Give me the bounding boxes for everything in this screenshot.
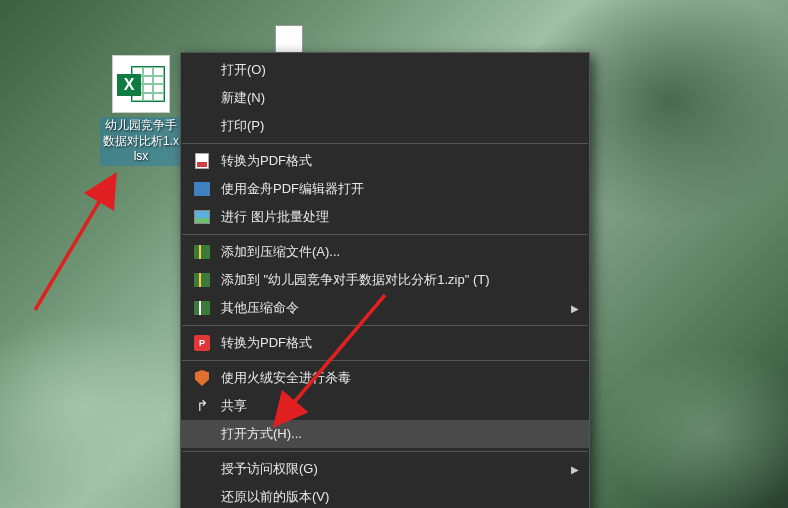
menu-label: 转换为PDF格式 <box>221 334 579 352</box>
menu-label: 进行 图片批量处理 <box>221 208 579 226</box>
menu-label: 添加到压缩文件(A)... <box>221 243 579 261</box>
menu-label: 共享 <box>221 397 579 415</box>
menu-separator <box>182 360 588 361</box>
menu-label: 打印(P) <box>193 117 579 135</box>
chevron-right-icon: ▶ <box>571 303 579 314</box>
image-icon <box>193 208 211 226</box>
menu-item-batch-image[interactable]: 进行 图片批量处理 <box>181 203 589 231</box>
menu-label: 使用金舟PDF编辑器打开 <box>221 180 579 198</box>
shield-icon <box>193 369 211 387</box>
menu-label: 其他压缩命令 <box>221 299 571 317</box>
menu-label: 使用火绒安全进行杀毒 <box>221 369 579 387</box>
desktop-file-label: 幼儿园竞争手数据对比析1.xlsx <box>100 117 182 166</box>
menu-item-open-jinzhou-pdf[interactable]: 使用金舟PDF编辑器打开 <box>181 175 589 203</box>
menu-label: 授予访问权限(G) <box>193 460 571 478</box>
share-icon: ↱ <box>193 397 211 415</box>
menu-separator <box>182 325 588 326</box>
menu-item-convert-pdf-2[interactable]: P 转换为PDF格式 <box>181 329 589 357</box>
partial-desktop-icon[interactable] <box>275 25 303 53</box>
menu-label: 新建(N) <box>193 89 579 107</box>
menu-label: 转换为PDF格式 <box>221 152 579 170</box>
menu-item-new[interactable]: 新建(N) <box>181 84 589 112</box>
menu-item-print[interactable]: 打印(P) <box>181 112 589 140</box>
pdf-red-icon: P <box>193 334 211 352</box>
menu-separator <box>182 143 588 144</box>
excel-icon: X <box>112 55 170 113</box>
pdf-blue-icon <box>193 180 211 198</box>
pdf-white-icon <box>193 152 211 170</box>
menu-separator <box>182 234 588 235</box>
menu-item-other-archive[interactable]: 其他压缩命令 ▶ <box>181 294 589 322</box>
menu-item-huorong-scan[interactable]: 使用火绒安全进行杀毒 <box>181 364 589 392</box>
menu-item-add-archive[interactable]: 添加到压缩文件(A)... <box>181 238 589 266</box>
menu-item-open[interactable]: 打开(O) <box>181 56 589 84</box>
menu-item-open-with[interactable]: 打开方式(H)... <box>181 420 589 448</box>
menu-label: 还原以前的版本(V) <box>193 488 579 506</box>
archive-icon <box>193 299 211 317</box>
menu-item-convert-pdf[interactable]: 转换为PDF格式 <box>181 147 589 175</box>
menu-separator <box>182 451 588 452</box>
menu-label: 添加到 "幼儿园竞争对手数据对比分析1.zip" (T) <box>221 271 579 289</box>
menu-item-share[interactable]: ↱ 共享 <box>181 392 589 420</box>
menu-item-grant-access[interactable]: 授予访问权限(G) ▶ <box>181 455 589 483</box>
chevron-right-icon: ▶ <box>571 464 579 475</box>
menu-item-restore-version[interactable]: 还原以前的版本(V) <box>181 483 589 508</box>
menu-label: 打开(O) <box>193 61 579 79</box>
menu-item-add-archive-named[interactable]: 添加到 "幼儿园竞争对手数据对比分析1.zip" (T) <box>181 266 589 294</box>
archive-icon <box>193 271 211 289</box>
menu-label: 打开方式(H)... <box>193 425 579 443</box>
archive-icon <box>193 243 211 261</box>
excel-logo-x: X <box>117 74 141 96</box>
desktop-file-excel[interactable]: X 幼儿园竞争手数据对比析1.xlsx <box>100 55 182 166</box>
context-menu: 打开(O) 新建(N) 打印(P) 转换为PDF格式 使用金舟PDF编辑器打开 … <box>180 52 590 508</box>
